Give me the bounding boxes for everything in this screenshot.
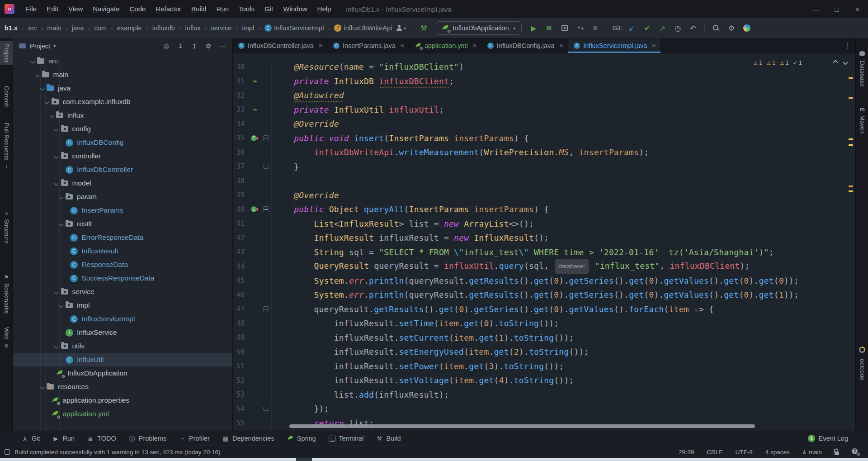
tool-window-button-structure[interactable]: ≡Structure — [0, 207, 13, 247]
tree-item-service[interactable]: service — [13, 285, 232, 299]
git-branch-widget[interactable]: Ymain — [802, 449, 822, 456]
tool-window-button-project[interactable]: Project — [0, 41, 13, 65]
tree-item-model[interactable]: model — [13, 176, 232, 190]
event-log-button[interactable]: 1Event Log — [808, 435, 848, 442]
expanded-chevron-icon[interactable] — [57, 223, 65, 226]
breadcrumb-item[interactable]: com — [93, 24, 107, 33]
tool-window-button-todo[interactable]: ≣TODO — [87, 435, 116, 442]
error-stripe-mark[interactable] — [849, 77, 853, 79]
tab-InfluxDbController.java[interactable]: CInfluxDbController.java✕ — [233, 38, 328, 53]
tool-window-button-run[interactable]: ▶Run — [53, 435, 75, 442]
run-button[interactable]: ▶ — [528, 22, 540, 34]
tree-item-impl[interactable]: impl — [13, 299, 232, 312]
tool-window-button-web[interactable]: Web⊕ — [0, 324, 13, 352]
coverage-button[interactable] — [559, 22, 571, 34]
breadcrumb-item[interactable]: b1.x — [4, 24, 19, 33]
maximize-button[interactable]: □ — [826, 0, 847, 18]
tree-item-restlt[interactable]: restlt — [13, 217, 232, 231]
menu-view[interactable]: View — [63, 3, 88, 14]
breadcrumb-item[interactable]: impl — [241, 24, 255, 33]
settings-button[interactable]: ⚙ — [726, 22, 737, 34]
tool-window-button-database[interactable]: Database — [856, 48, 868, 90]
error-stripe-mark[interactable] — [849, 190, 853, 192]
tab-InfluxDBConfig.java[interactable]: CInfluxDBConfig.java✕ — [482, 38, 568, 53]
close-icon[interactable]: ✕ — [472, 43, 477, 49]
tree-item-resources[interactable]: resources — [13, 380, 232, 394]
breadcrumb-item[interactable]: java — [71, 24, 85, 33]
inspection-widget[interactable]: ⚠1⚠1⚠1✔1 — [754, 59, 802, 66]
tree-item-controller[interactable]: controller — [13, 149, 232, 163]
previous-problem-icon[interactable] — [833, 60, 838, 65]
hidden-tabs-button[interactable]: ⋮ — [840, 38, 855, 53]
inspection-count[interactable]: ⚠1 — [754, 59, 762, 66]
menu-build[interactable]: Build — [186, 3, 211, 14]
tool-window-button-spring[interactable]: Spring — [287, 435, 316, 442]
breadcrumb-item[interactable]: influxdb — [151, 24, 176, 33]
fold-end-icon[interactable] — [263, 407, 269, 411]
tree-item-java[interactable]: java — [13, 81, 232, 95]
tree-item-InfluxService[interactable]: IInfluxService — [13, 326, 232, 339]
search-everywhere-button[interactable] — [710, 22, 722, 34]
tree-item-InfluxResult[interactable]: CInfluxResult — [13, 244, 232, 258]
fold-collapse-icon[interactable] — [263, 306, 269, 312]
caret-position[interactable]: 29:39 — [679, 449, 694, 456]
tool-window-button-profiler[interactable]: ◔Profiler — [179, 435, 210, 442]
line-ending[interactable]: CRLF — [707, 449, 722, 456]
build-project-button[interactable]: ⚒ — [418, 22, 429, 34]
menu-refactor[interactable]: Refactor — [151, 3, 186, 14]
breadcrumb-item[interactable]: influx — [184, 24, 202, 33]
tree-item-SuccessResponseData[interactable]: CSuccessResponseData — [13, 271, 232, 285]
user-menu-button[interactable]: ▾ — [395, 22, 406, 34]
tree-item-influx[interactable]: influx — [13, 109, 232, 122]
ide-plugin-sphere-button[interactable] — [741, 22, 753, 34]
menu-edit[interactable]: Edit — [42, 3, 63, 14]
tree-item-com.example.influxdb[interactable]: com.example.influxdb — [13, 95, 232, 109]
menu-window[interactable]: Window — [278, 3, 312, 14]
debug-button[interactable]: ж — [543, 22, 555, 34]
tree-item-InfluxDbApplication[interactable]: InfluxDbApplication — [13, 366, 232, 380]
collapse-all-button[interactable]: ↥ — [189, 41, 200, 52]
menu-run[interactable]: Run — [211, 3, 234, 14]
tool-window-button-maven[interactable]: mMaven — [856, 103, 868, 137]
error-stripe-mark[interactable] — [849, 138, 853, 140]
update-project-button[interactable]: ↙ — [626, 22, 637, 34]
error-stripe-mark[interactable] — [849, 185, 853, 187]
tree-item-InfluxUtil[interactable]: CInfluxUtil — [13, 353, 232, 366]
stop-button[interactable]: ■ — [590, 22, 601, 34]
menu-help[interactable]: Help — [312, 3, 336, 14]
tree-item-application.yml[interactable]: application.yml — [13, 407, 232, 421]
error-stripe-mark[interactable] — [849, 97, 853, 99]
history-button[interactable]: ◷ — [672, 22, 684, 34]
menu-git[interactable]: Git — [259, 3, 278, 14]
close-icon[interactable]: ✕ — [651, 43, 656, 49]
menu-navigate[interactable]: Navigate — [88, 3, 124, 14]
notifications-button[interactable] — [852, 448, 860, 456]
tree-item-param[interactable]: param — [13, 190, 232, 204]
tool-window-button-dependencies[interactable]: ▤Dependencies — [222, 435, 274, 442]
hide-button[interactable]: — — [217, 41, 228, 52]
rollback-button[interactable]: ↶ — [687, 22, 699, 34]
spring-bean-icon[interactable]: ↪ — [253, 77, 257, 85]
expanded-chevron-icon[interactable] — [57, 195, 65, 199]
tree-item-ResponseData[interactable]: CResponseData — [13, 258, 232, 271]
error-stripe-mark[interactable] — [849, 144, 853, 146]
inspection-count[interactable]: ⚠1 — [780, 59, 788, 66]
readonly-lock-button[interactable] — [835, 449, 839, 455]
horizontal-scrollbar[interactable] — [289, 424, 755, 428]
fold-end-icon[interactable] — [263, 165, 269, 169]
close-icon[interactable]: ✕ — [400, 43, 405, 49]
tree-item-application.properties[interactable]: application.properties — [13, 394, 232, 407]
tree-item-InsertParams[interactable]: CInsertParams — [13, 204, 232, 217]
tree-item-main[interactable]: main — [13, 68, 232, 81]
close-button[interactable]: × — [847, 0, 868, 18]
tool-window-button-build[interactable]: ⚒Build — [376, 435, 401, 442]
tool-window-button-pull-requests[interactable]: Pull Requests↕ — [0, 120, 13, 172]
profiler-button[interactable]: ◔▾ — [574, 22, 586, 34]
breadcrumb-item[interactable]: example — [116, 24, 143, 33]
expanded-chevron-icon[interactable] — [57, 304, 65, 307]
tree-item-utils[interactable]: utils — [13, 339, 232, 353]
tool-window-button-leetcode[interactable]: leetcode — [856, 342, 868, 383]
tab-InsertParams.java[interactable]: CInsertParams.java✕ — [328, 38, 410, 53]
spring-bean-icon[interactable]: ↪ — [253, 106, 257, 113]
breadcrumb-item[interactable]: CInfluxServiceImpl — [264, 24, 325, 33]
